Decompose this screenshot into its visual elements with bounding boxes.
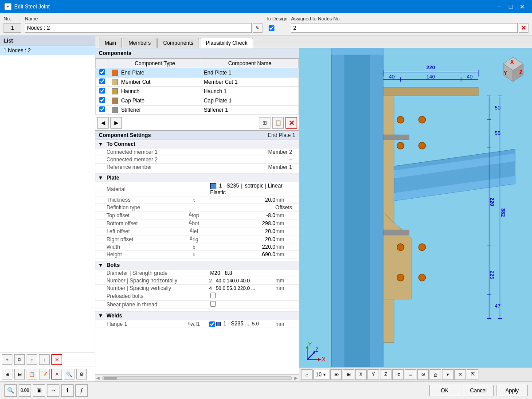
view-home-button[interactable]: ⌂ <box>301 369 313 380</box>
tab-plausibility-check[interactable]: Plausibility Check <box>200 38 253 48</box>
tab-main[interactable]: Main <box>99 38 122 48</box>
assigned-clear-button[interactable]: ✕ <box>519 23 528 33</box>
preloaded-bolts-checkbox[interactable] <box>210 293 216 298</box>
bottom-tools: 🔍 0.00 ▣ ↔ ℹ ƒ <box>4 384 88 397</box>
component-row-0[interactable]: End Plate End Plate 1 <box>96 68 299 78</box>
svg-point-16 <box>419 142 426 149</box>
comp-name-0: End Plate 1 <box>201 68 298 78</box>
comp-checkbox-1[interactable] <box>99 78 105 84</box>
view-print-button[interactable]: 🖨 <box>430 369 441 380</box>
minimize-button[interactable]: ─ <box>494 1 505 12</box>
shear-plane-checkbox[interactable] <box>210 301 216 307</box>
ok-button[interactable]: OK <box>429 385 460 396</box>
list-tool-1[interactable]: ⊞ <box>2 369 12 379</box>
view-y-axis-button[interactable]: Y <box>368 369 379 380</box>
view-x-axis-button[interactable]: X <box>355 369 367 380</box>
view-render-button[interactable]: 👁 <box>330 369 342 380</box>
zoom-dropdown-icon[interactable]: ▼ <box>322 372 326 377</box>
list-move-down-button[interactable]: ↓ <box>39 354 50 365</box>
svg-text:220: 220 <box>489 197 495 206</box>
move-button[interactable]: ↔ <box>47 384 59 397</box>
comp-checkbox-3[interactable] <box>99 97 105 103</box>
svg-rect-11 <box>383 135 409 140</box>
view-cube[interactable]: X Y Z <box>499 53 528 82</box>
view-filter-button[interactable]: ⊛ <box>417 369 429 380</box>
view-expand-button[interactable]: ⇱ <box>467 369 478 380</box>
info-button[interactable]: ℹ <box>61 384 74 397</box>
comp-checkbox-2[interactable] <box>99 88 105 94</box>
flange1-mat-indicator <box>216 322 221 326</box>
select-button[interactable]: ▣ <box>33 384 45 397</box>
section-bolts-label: Bolts <box>106 262 120 268</box>
value-button[interactable]: 0.00 <box>19 384 31 397</box>
close-button[interactable]: ✕ <box>517 1 528 12</box>
zoom-display[interactable]: 10 ▼ <box>313 370 329 379</box>
list-tool-3[interactable]: 📋 <box>27 369 37 379</box>
view-print-dropdown[interactable]: ▼ <box>442 369 454 380</box>
toggle-plate[interactable]: ▼ <box>98 175 103 181</box>
scrollbar-thumb[interactable] <box>104 377 117 379</box>
scene-svg: 220 40 140 40 <box>299 48 532 381</box>
no-label: No. <box>4 16 21 21</box>
section-bolts: ▼ Bolts <box>95 261 299 270</box>
list-tool-4[interactable]: 📝 <box>39 369 50 379</box>
list-header: List <box>0 36 95 46</box>
comp-type-3: Cap Plate <box>121 98 145 104</box>
comp-type-1: Member Cut <box>121 79 150 85</box>
list-tool-delete-red[interactable]: ✕ <box>51 369 62 379</box>
window-controls[interactable]: ─ □ ✕ <box>494 1 528 12</box>
svg-line-65 <box>307 353 314 360</box>
list-tool-2[interactable]: ⊟ <box>14 369 25 379</box>
comp-checkbox-4[interactable] <box>99 106 105 112</box>
list-item[interactable]: 1 Nodes : 2 <box>0 46 95 55</box>
view-iz-button[interactable]: -Z <box>392 369 404 380</box>
name-label: Name <box>25 16 262 21</box>
component-row-4[interactable]: Stiffener Stiffener 1 <box>96 106 299 115</box>
comp-copy-button[interactable]: ⊞ <box>259 117 270 129</box>
comp-checkbox-0[interactable] <box>99 69 105 75</box>
name-edit-button[interactable]: ✎ <box>253 23 262 33</box>
no-input[interactable] <box>4 23 21 33</box>
toggle-welds[interactable]: ▼ <box>98 313 103 319</box>
horizontal-scrollbar[interactable]: ◀ ▶ <box>95 374 299 381</box>
col-name: Component Name <box>201 59 298 68</box>
cancel-button[interactable]: Cancel <box>463 385 494 396</box>
view-z-axis-button[interactable]: Z <box>380 369 391 380</box>
component-row-3[interactable]: Cap Plate Cap Plate 1 <box>96 96 299 106</box>
component-row-2[interactable]: Haunch Haunch 1 <box>96 87 299 96</box>
maximize-button[interactable]: □ <box>505 1 516 12</box>
list-duplicate-button[interactable]: ⧉ <box>14 354 25 365</box>
tab-components[interactable]: Components <box>157 38 199 48</box>
svg-text:40: 40 <box>389 74 395 79</box>
scrollbar-track[interactable] <box>102 376 292 380</box>
component-row-1[interactable]: Member Cut Member Cut 1 <box>96 78 299 87</box>
comp-move-right-button[interactable]: ▶ <box>110 117 122 129</box>
tab-members[interactable]: Members <box>123 38 156 48</box>
assigned-input[interactable] <box>291 23 518 33</box>
view-layers-button[interactable]: ≡ <box>405 369 416 380</box>
scroll-left-arrow[interactable]: ◀ <box>96 376 100 380</box>
comp-delete-button[interactable]: ✕ <box>286 117 297 129</box>
search-button[interactable]: 🔍 <box>4 384 17 397</box>
scroll-right-arrow[interactable]: ▶ <box>294 376 298 380</box>
col-type: Component Type <box>109 59 201 68</box>
list-move-up-button[interactable]: ↑ <box>27 354 37 365</box>
flange1-checkbox[interactable] <box>209 321 215 327</box>
toggle-bolts[interactable]: ▼ <box>98 262 103 268</box>
apply-button[interactable]: Apply <box>497 385 528 396</box>
list-tool-5[interactable]: 🔍 <box>64 369 74 379</box>
name-input[interactable] <box>25 23 252 33</box>
function-button[interactable]: ƒ <box>75 384 88 397</box>
list-add-button[interactable]: + <box>2 354 12 365</box>
comp-paste-button[interactable]: 📋 <box>272 117 284 129</box>
view-xray-button[interactable]: ⊞ <box>343 369 354 380</box>
components-header: Components <box>95 48 299 59</box>
view-close-button[interactable]: ✕ <box>454 369 466 380</box>
list-tool-6[interactable]: ⚙ <box>76 369 87 379</box>
to-design-checkbox[interactable] <box>269 25 274 31</box>
comp-move-left-button[interactable]: ◀ <box>97 117 109 129</box>
list-delete-button[interactable]: ✕ <box>51 354 62 365</box>
settings-title: Component Settings <box>99 132 151 138</box>
toggle-to-connect[interactable]: ▼ <box>98 141 103 147</box>
assigned-label: Assigned to Nodes No. <box>291 16 528 21</box>
